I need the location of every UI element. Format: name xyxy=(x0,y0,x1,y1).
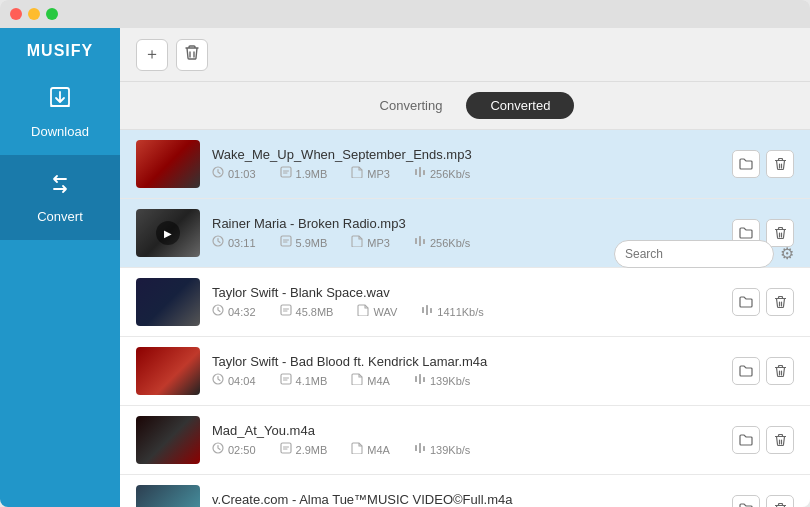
track-format: WAV xyxy=(357,304,397,319)
bitrate-icon xyxy=(414,442,426,457)
trash-icon xyxy=(185,45,199,65)
svg-rect-22 xyxy=(426,305,428,315)
track-duration: 03:11 xyxy=(212,235,256,250)
bitrate-icon xyxy=(414,166,426,181)
track-list: Wake_Me_Up_When_September_Ends.mp3 01:03 xyxy=(120,130,810,507)
close-button[interactable] xyxy=(10,8,22,20)
track-format: M4A xyxy=(351,442,390,457)
settings-button[interactable]: ⚙ xyxy=(776,243,798,265)
svg-rect-14 xyxy=(415,238,417,244)
add-button[interactable]: ＋ xyxy=(136,39,168,71)
track-size: 2.9MB xyxy=(280,442,328,457)
clock-icon xyxy=(212,304,224,319)
size-icon xyxy=(280,442,292,457)
track-delete-button[interactable] xyxy=(766,150,794,178)
track-delete-button[interactable] xyxy=(766,426,794,454)
sidebar-item-convert[interactable]: Convert xyxy=(0,155,120,240)
track-size: 5.9MB xyxy=(280,235,328,250)
track-thumbnail xyxy=(136,347,200,395)
svg-rect-4 xyxy=(281,167,291,177)
track-size: 45.8MB xyxy=(280,304,334,319)
track-duration: 02:50 xyxy=(212,442,256,457)
track-size: 1.9MB xyxy=(280,166,328,181)
track-row: Taylor Swift - Blank Space.wav 04:32 xyxy=(120,268,810,337)
track-actions xyxy=(732,288,794,316)
track-name: Wake_Me_Up_When_September_Ends.mp3 xyxy=(212,147,720,162)
track-thumbnail xyxy=(136,416,200,464)
track-folder-button[interactable] xyxy=(732,495,760,507)
track-meta: 04:32 45.8MB xyxy=(212,304,720,319)
track-name: Taylor Swift - Bad Blood ft. Kendrick La… xyxy=(212,354,720,369)
title-bar xyxy=(0,0,810,28)
main-content: ＋ ⚙ Converting Converted xyxy=(120,28,810,507)
convert-icon xyxy=(47,171,73,203)
tab-converting[interactable]: Converting xyxy=(356,92,467,119)
track-folder-button[interactable] xyxy=(732,150,760,178)
sidebar-item-download[interactable]: Download xyxy=(0,70,120,155)
track-duration: 01:03 xyxy=(212,166,256,181)
track-duration: 04:32 xyxy=(212,304,256,319)
delete-button[interactable] xyxy=(176,39,208,71)
track-actions xyxy=(732,426,794,454)
svg-rect-30 xyxy=(423,377,425,382)
download-icon xyxy=(47,86,73,118)
track-delete-button[interactable] xyxy=(766,495,794,507)
tab-converted[interactable]: Converted xyxy=(466,92,574,119)
track-folder-button[interactable] xyxy=(732,357,760,385)
sidebar-item-convert-label: Convert xyxy=(37,209,83,224)
track-folder-button[interactable] xyxy=(732,426,760,454)
track-format: MP3 xyxy=(351,235,390,250)
traffic-lights xyxy=(10,8,58,20)
search-input[interactable] xyxy=(614,240,774,268)
plus-icon: ＋ xyxy=(144,44,160,65)
track-meta: 04:04 4.1MB xyxy=(212,373,720,388)
track-thumbnail xyxy=(136,278,200,326)
svg-rect-36 xyxy=(419,443,421,453)
track-bitrate: 139Kb/s xyxy=(414,442,470,457)
track-info: v.Create.com - Alma Tue™MUSIC VIDEO©Full… xyxy=(212,492,720,507)
app-logo: MUSIFY xyxy=(27,28,93,70)
track-delete-button[interactable] xyxy=(766,288,794,316)
track-folder-button[interactable] xyxy=(732,288,760,316)
sidebar: MUSIFY Download Convert xyxy=(0,28,120,507)
track-bitrate: 256Kb/s xyxy=(414,235,470,250)
sidebar-item-download-label: Download xyxy=(31,124,89,139)
gear-icon: ⚙ xyxy=(780,244,794,263)
maximize-button[interactable] xyxy=(46,8,58,20)
clock-icon xyxy=(212,166,224,181)
svg-rect-25 xyxy=(281,374,291,384)
track-info: Taylor Swift - Bad Blood ft. Kendrick La… xyxy=(212,354,720,388)
svg-rect-11 xyxy=(281,236,291,246)
bitrate-icon xyxy=(414,235,426,250)
track-delete-button[interactable] xyxy=(766,357,794,385)
track-row: v.Create.com - Alma Tue™MUSIC VIDEO©Full… xyxy=(120,475,810,507)
clock-icon xyxy=(212,442,224,457)
play-overlay[interactable]: ▶ xyxy=(156,221,180,245)
track-info: Mad_At_You.m4a 02:50 xyxy=(212,423,720,457)
format-icon xyxy=(357,304,369,319)
svg-rect-15 xyxy=(419,236,421,246)
svg-rect-8 xyxy=(419,167,421,177)
toolbar: ＋ ⚙ xyxy=(120,28,810,82)
format-icon xyxy=(351,442,363,457)
svg-rect-9 xyxy=(423,170,425,175)
track-actions xyxy=(732,357,794,385)
format-icon xyxy=(351,166,363,181)
track-actions xyxy=(732,495,794,507)
svg-rect-32 xyxy=(281,443,291,453)
svg-rect-23 xyxy=(430,308,432,313)
bitrate-icon xyxy=(421,304,433,319)
svg-rect-21 xyxy=(422,307,424,313)
track-thumbnail: ▶ xyxy=(136,209,200,257)
svg-rect-28 xyxy=(415,376,417,382)
track-name: Mad_At_You.m4a xyxy=(212,423,720,438)
svg-rect-18 xyxy=(281,305,291,315)
clock-icon xyxy=(212,235,224,250)
track-meta: 02:50 2.9MB xyxy=(212,442,720,457)
track-info: Taylor Swift - Blank Space.wav 04:32 xyxy=(212,285,720,319)
size-icon xyxy=(280,166,292,181)
track-thumbnail xyxy=(136,485,200,507)
minimize-button[interactable] xyxy=(28,8,40,20)
track-format: MP3 xyxy=(351,166,390,181)
svg-rect-35 xyxy=(415,445,417,451)
